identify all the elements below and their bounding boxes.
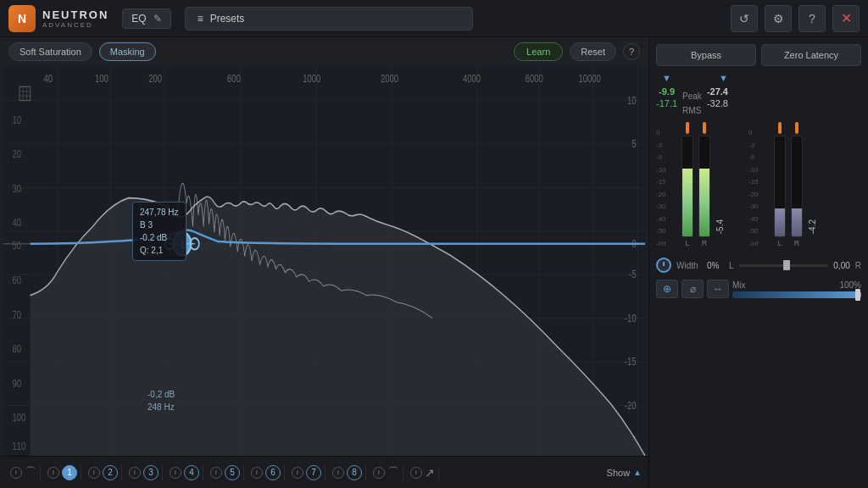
close-button[interactable]: ✕ [832,5,860,32]
width-knob[interactable] [656,258,671,273]
output-fader-value: -4.2 [808,219,817,234]
svg-text:40: 40 [13,217,22,228]
eq-canvas-wrapper[interactable]: 40 100 200 600 1000 2000 4000 6000 10000… [3,66,645,456]
history-button[interactable]: ↺ [731,5,758,32]
band-shape-hp[interactable]: ↗ [425,466,435,480]
svg-text:600: 600 [227,73,241,84]
mix-section: Mix 100% [732,280,861,298]
band-power-high[interactable]: i [373,467,385,479]
output-l-bar: L [774,122,786,247]
eq-grid-svg: 40 100 200 600 1000 2000 4000 6000 10000… [3,66,645,456]
svg-text:6000: 6000 [526,73,543,84]
band-shape-low[interactable]: ⌒ [25,465,36,480]
show-area: Show ▲ [607,468,642,478]
presets-label: Presets [210,13,245,25]
header: N NEUTRON ADVANCED EQ ✎ ≡ Presets ↺ ⚙ ? [0,0,868,37]
band-power-6[interactable]: i [251,467,263,479]
mix-label: Mix [732,280,746,290]
svg-text:70: 70 [13,308,22,319]
eq-help-button[interactable]: ? [623,43,640,60]
show-label: Show [607,468,631,478]
input-l-bar-outer [682,136,693,237]
mix-thumb[interactable] [855,289,860,301]
output-r-label: R [794,239,800,247]
lr-slider-thumb[interactable] [783,260,790,270]
band-power-low[interactable]: i [10,467,22,479]
logo-area: N NEUTRON ADVANCED [8,5,108,32]
soft-saturation-button[interactable]: Soft Saturation [8,42,92,61]
close-icon: ✕ [841,10,852,26]
band-number-4[interactable]: 4 [184,465,199,480]
band-power-8[interactable]: i [332,467,344,479]
band-number-6[interactable]: 6 [265,465,281,480]
band-number-7[interactable]: 7 [306,465,321,480]
right-panel: Bypass Zero Latency ▼ -9.9 -17.1 Peak [649,37,868,488]
band-shape-high[interactable]: ⌒ [387,465,399,480]
meters-section: ▼ -9.9 -17.1 Peak RMS ▼ -27.4 [656,73,861,115]
phase-button[interactable]: ⌀ [682,280,704,298]
band-power-4[interactable]: i [170,467,181,479]
svg-text:4000: 4000 [463,73,481,84]
svg-text:200: 200 [148,73,162,84]
output-r-bar: R [791,122,803,247]
learn-button[interactable]: Learn [514,42,563,61]
help-button[interactable]: ? [798,5,826,32]
band-item-5: i 5 [207,465,244,480]
svg-text:2000: 2000 [381,73,398,84]
input-meter-top: ▼ [662,73,671,83]
width-knob-dot [663,262,665,266]
band-number-8[interactable]: 8 [347,465,362,480]
band-power-7[interactable]: i [292,467,303,479]
lr-value: 0,00 [833,261,849,270]
mix-track[interactable] [732,291,861,298]
output-l-slider-wrap [774,122,786,134]
band-power-1[interactable]: i [47,467,59,479]
eq-area: Soft Saturation Masking Learn Reset ? [0,37,649,488]
settings-button[interactable]: ⚙ [765,5,792,32]
link-button[interactable]: ⊕ [656,280,678,298]
svg-text:30: 30 [13,183,22,194]
bypass-row: Bypass Zero Latency [656,44,861,66]
input-r-slider-handle[interactable] [703,122,706,134]
band-power-hp[interactable]: i [410,467,422,479]
band-number-1[interactable]: 1 [62,465,77,480]
zero-latency-button[interactable]: Zero Latency [761,44,861,66]
help-icon: ? [809,12,815,25]
lr-slider-track[interactable] [739,264,829,267]
app-container: N NEUTRON ADVANCED EQ ✎ ≡ Presets ↺ ⚙ ? [0,0,868,488]
masking-button[interactable]: Masking [99,42,156,61]
band-power-3[interactable]: i [129,467,141,479]
svg-text:110: 110 [13,441,26,452]
input-peak-value: -9.9 [659,86,675,97]
show-triangle-icon[interactable]: ▲ [633,468,642,477]
band-power-2[interactable]: i [88,467,100,479]
input-r-label: R [702,239,708,247]
settings-icon: ⚙ [773,12,784,25]
output-l-slider-handle[interactable] [778,122,782,134]
band-number-2[interactable]: 2 [103,465,118,480]
plugin-name-box[interactable]: EQ ✎ [122,8,170,29]
output-rms-value: -32.8 [707,98,728,108]
svg-text:100: 100 [13,412,26,423]
input-r-bar-fill [699,169,709,236]
output-r-slider-handle[interactable] [795,122,798,134]
svg-text:1000: 1000 [303,73,320,84]
band-number-3[interactable]: 3 [143,465,159,480]
bypass-button[interactable]: Bypass [656,44,756,66]
band-number-5[interactable]: 5 [225,465,240,480]
band-item-high: i ⌒ [370,465,403,480]
brand-sub: ADVANCED [42,21,108,29]
presets-button[interactable]: ≡ Presets [185,7,473,30]
pencil-icon: ✎ [153,13,162,25]
reset-button[interactable]: Reset [570,42,616,61]
bottom-controls-row: ⊕ ⌀ ↔ Mix 100% [656,280,861,298]
arrows-button[interactable]: ↔ [707,280,729,298]
band-power-5[interactable]: i [210,467,222,479]
main-content: Soft Saturation Masking Learn Reset ? [0,37,868,488]
input-rms-value: -17.1 [656,98,677,108]
width-label: Width [676,261,702,270]
svg-text:10: 10 [13,114,22,125]
width-value: 0% [707,261,724,270]
input-l-slider-handle[interactable] [686,122,689,134]
svg-text:1: 1 [180,239,184,250]
